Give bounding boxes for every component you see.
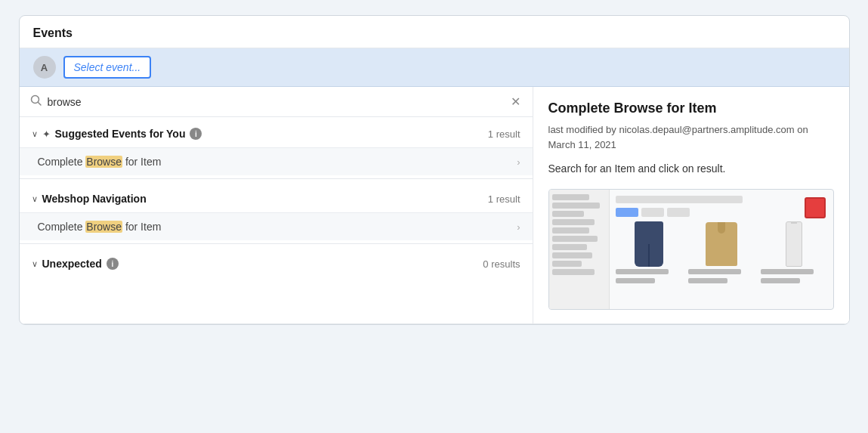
preview-product-jacket (688, 221, 755, 283)
chevron-down-icon-unexpected[interactable]: ∨ (32, 259, 38, 269)
list-item-webshop-0[interactable]: Complete Browse for Item › (20, 212, 533, 240)
detail-description: Search for an Item and click on result. (548, 161, 834, 177)
section-header-webshop: ∨ Webshop Navigation 1 result (20, 182, 533, 212)
result-count-suggested: 1 result (488, 128, 520, 140)
section-divider-2 (20, 243, 533, 244)
bottle-shape (786, 221, 802, 267)
jeans-image (616, 221, 682, 267)
select-event-button[interactable]: Select event... (63, 56, 152, 79)
detail-title: Complete Browse for Item (548, 101, 834, 116)
filter-chip-inactive-2 (667, 208, 690, 217)
section-divider-1 (20, 178, 533, 179)
search-bar: ✕ (20, 87, 533, 117)
chevron-right-icon-webshop: › (517, 221, 520, 233)
section-webshop: ∨ Webshop Navigation 1 result Complete B… (20, 182, 533, 240)
page-title: Events (20, 16, 849, 48)
preview-inner (549, 190, 833, 309)
jacket-shape (706, 222, 737, 266)
jacket-image (688, 221, 755, 267)
jeans-shape (635, 221, 663, 267)
filter-chip-active (616, 208, 638, 217)
chevron-down-icon-webshop[interactable]: ∨ (32, 194, 38, 204)
preview-sidebar (549, 190, 610, 309)
chevron-right-icon-0: › (517, 156, 520, 168)
preview-product-bottle (761, 221, 827, 283)
info-icon-suggested[interactable]: i (190, 128, 202, 140)
section-header-suggested: ∨ ✦ Suggested Events for You i 1 result (20, 117, 533, 147)
left-panel: ✕ ∨ ✦ Suggested Events for You i 1 resul… (20, 87, 533, 323)
jacket-price (688, 269, 741, 274)
bottle-image (761, 221, 827, 267)
avatar: A (33, 56, 56, 79)
detail-meta: last modified by nicolas.depaul@partners… (548, 122, 834, 152)
dropdown-panel: ✕ ∨ ✦ Suggested Events for You i 1 resul… (20, 87, 849, 324)
search-input[interactable] (48, 96, 503, 108)
section-suggested: ∨ ✦ Suggested Events for You i 1 result … (20, 117, 533, 175)
svg-line-1 (38, 103, 41, 106)
result-count-unexpected: 0 results (483, 258, 520, 270)
clear-button[interactable]: ✕ (509, 94, 522, 109)
section-title-webshop: Webshop Navigation (42, 193, 147, 205)
list-item-suggested-0[interactable]: Complete Browse for Item › (20, 147, 533, 175)
events-row: A Select event... (20, 48, 849, 87)
sparkle-icon: ✦ (42, 128, 51, 140)
preview-content (610, 190, 833, 289)
result-count-webshop: 1 result (488, 193, 520, 205)
main-container: Events A Select event... ✕ (19, 15, 850, 325)
section-title-unexpected: Unexpected (42, 258, 102, 270)
jacket-price-2 (688, 278, 728, 283)
section-header-unexpected: ∨ Unexpected i 0 results (20, 247, 533, 277)
preview-products (616, 221, 827, 283)
bottle-price-2 (761, 278, 801, 283)
chevron-down-icon-suggested[interactable]: ∨ (32, 129, 38, 139)
section-unexpected: ∨ Unexpected i 0 results (20, 247, 533, 277)
red-badge (805, 197, 826, 218)
jeans-price (616, 269, 669, 274)
filter-chip-inactive-1 (641, 208, 664, 217)
right-panel: Complete Browse for Item last modified b… (533, 87, 849, 323)
section-title-suggested: Suggested Events for You (55, 128, 186, 140)
info-icon-unexpected[interactable]: i (107, 258, 119, 270)
preview-filter-bar (616, 208, 827, 217)
preview-product-jeans (616, 221, 682, 283)
jeans-price-2 (616, 278, 656, 283)
preview-image (548, 189, 834, 310)
event-item-text: Complete Browse for Item (38, 156, 162, 168)
preview-title-bar (616, 196, 743, 203)
event-item-text-webshop: Complete Browse for Item (38, 221, 162, 233)
bottle-price (761, 269, 814, 274)
search-icon (30, 94, 42, 109)
